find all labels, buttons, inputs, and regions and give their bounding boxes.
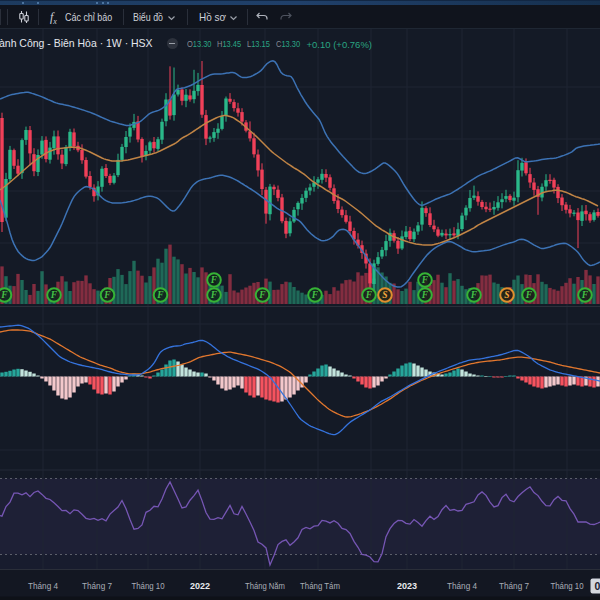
svg-text:F: F [103, 290, 111, 300]
svg-text:F: F [470, 290, 478, 300]
svg-text:F: F [210, 275, 218, 285]
svg-text:F: F [156, 290, 164, 300]
svg-text:F: F [421, 275, 429, 285]
svg-text:S: S [504, 290, 509, 300]
svg-text:F: F [50, 290, 58, 300]
svg-text:F: F [421, 290, 429, 300]
svg-text:F: F [365, 290, 373, 300]
svg-text:S: S [382, 290, 387, 300]
svg-text:F: F [311, 290, 319, 300]
svg-text:F: F [258, 290, 266, 300]
svg-text:F: F [210, 290, 218, 300]
svg-text:F: F [0, 290, 8, 300]
svg-text:F: F [525, 290, 533, 300]
svg-text:F: F [581, 290, 589, 300]
